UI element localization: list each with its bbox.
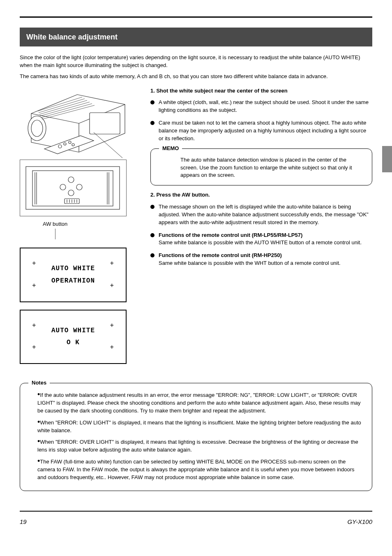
step2-b2-label: Functions of the remote control unit (RM… bbox=[159, 232, 302, 238]
memo-text-1: The auto white balance detection window … bbox=[180, 157, 352, 178]
step2-b2-text: Same white balance is possible with the … bbox=[159, 239, 362, 246]
step2-bullet-1: The message shown on the left is display… bbox=[159, 203, 372, 227]
step2-bullet-3: Functions of the remote control unit (RM… bbox=[159, 252, 372, 267]
step1-bullet-2: Care must be taken not to let the camera… bbox=[159, 119, 372, 143]
note-item-3: When "ERROR: OVER LIGHT" is displayed, i… bbox=[31, 438, 364, 454]
step1-bullet-1: A white object (cloth, wall, etc.) near … bbox=[159, 99, 372, 114]
button-panel-zoom-figure bbox=[23, 163, 122, 213]
aw-callout-line bbox=[55, 229, 55, 239]
memo-label: MEMO bbox=[159, 145, 182, 153]
svg-point-0 bbox=[28, 116, 46, 141]
step2-b3-text: Same white balance is possible with the … bbox=[159, 260, 341, 266]
note-item-1: If the auto white balance adjustment res… bbox=[31, 391, 364, 415]
osd-screen-operation: ++++ AUTO WHITE OPERATHION bbox=[20, 248, 127, 302]
banner-text: White balance adjustment bbox=[26, 33, 118, 41]
bullet-icon bbox=[150, 253, 154, 257]
side-tab bbox=[382, 146, 392, 172]
section-banner: White balance adjustment bbox=[20, 28, 372, 46]
note-item-2: When "ERROR: LOW LIGHT" is displayed, it… bbox=[31, 418, 364, 435]
footer-model: GY-X100 bbox=[347, 517, 372, 526]
bullet-icon bbox=[150, 100, 154, 104]
note-item-4: The FAW (full-time auto white) function … bbox=[31, 457, 364, 482]
svg-rect-14 bbox=[26, 167, 120, 209]
step2-b3-label: Functions of the remote control unit (RM… bbox=[159, 252, 282, 258]
aw-button-callout: AW button bbox=[43, 220, 162, 228]
bullet-icon bbox=[150, 205, 154, 209]
osd-screen-ok: ++++ AUTO WHITE O K bbox=[20, 310, 127, 364]
footer-rule bbox=[20, 511, 372, 512]
step2-bullet-2: Functions of the remote control unit (RM… bbox=[159, 232, 372, 247]
step-1-title: 1. Shot the white subject near the cente… bbox=[150, 87, 372, 95]
top-rule bbox=[20, 16, 372, 18]
intro-para-1: Since the color of the light (color temp… bbox=[20, 54, 372, 70]
step-2-title: 2. Press the AW button. bbox=[150, 191, 372, 199]
intro-para-2: The camera has two kinds of auto white m… bbox=[20, 73, 372, 81]
page-number: 19 bbox=[20, 517, 27, 526]
memo-box-1: MEMO The auto white balance detection wi… bbox=[150, 148, 372, 186]
svg-rect-8 bbox=[90, 113, 120, 134]
notes-label: Notes bbox=[28, 379, 50, 387]
bullet-icon bbox=[150, 233, 154, 237]
notes-box: Notes If the auto white balance adjustme… bbox=[20, 383, 372, 491]
camera-figure bbox=[20, 87, 135, 161]
bullet-icon bbox=[150, 121, 154, 125]
